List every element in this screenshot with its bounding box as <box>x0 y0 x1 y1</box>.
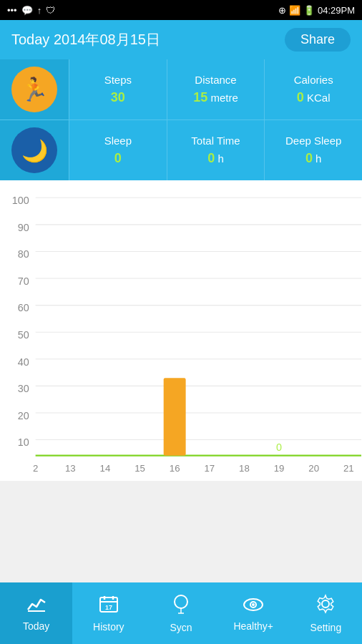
steps-value: 30 <box>111 90 125 105</box>
y-label-30: 30 <box>18 383 29 394</box>
upload-icon: ↑ <box>37 5 42 16</box>
calories-cell: Calories 0 KCal <box>264 59 362 119</box>
y-label-50: 50 <box>18 329 29 341</box>
sleep-label: Sleep <box>104 135 132 147</box>
deep-sleep-label: Deep Sleep <box>285 135 341 147</box>
zero-label-19: 0 <box>276 441 282 453</box>
sleep-stats-cells: Sleep 0 Total Time 0 h Deep Sleep 0 h <box>69 120 362 180</box>
x-label-19: 19 <box>274 463 285 474</box>
today-icon <box>26 595 47 618</box>
svg-point-6 <box>175 595 187 608</box>
x-label-13: 13 <box>65 463 76 474</box>
chart-svg: 100 90 80 70 60 50 40 30 20 10 0 2 13 <box>0 180 362 481</box>
deep-sleep-unit: h <box>313 152 322 165</box>
battery-icon: 🔋 <box>303 5 315 16</box>
wechat-icon: 💬 <box>21 5 33 16</box>
steps-label: Steps <box>104 74 132 86</box>
activity-icon-cell: 🏃 <box>0 59 69 119</box>
setting-label: Setting <box>310 622 342 633</box>
nav-setting[interactable]: Setting <box>290 582 362 644</box>
sync-label: Sycn <box>170 622 192 633</box>
svg-point-12 <box>322 600 329 608</box>
bluetooth-icon: ⊕ <box>278 5 286 16</box>
distance-value: 15 metre <box>193 90 238 105</box>
x-label-20: 20 <box>308 463 319 474</box>
y-label-10: 10 <box>18 436 29 448</box>
x-label-16: 16 <box>170 463 180 474</box>
nav-today[interactable]: Today <box>0 582 72 644</box>
x-label-17: 17 <box>204 463 215 474</box>
deep-sleep-cell: Deep Sleep 0 h <box>264 120 362 180</box>
today-label: Today <box>23 620 49 632</box>
share-button[interactable]: Share <box>285 28 351 52</box>
shield-icon: 🛡 <box>46 5 55 16</box>
bottom-nav: Today 17 History Sycn Healthy+ Setting <box>0 582 362 644</box>
y-label-90: 90 <box>18 222 29 233</box>
y-label-80: 80 <box>18 248 29 260</box>
stats-panel: 🏃 Steps 30 Distance 15 metre Calories 0 … <box>0 59 362 180</box>
status-bar: ••• 💬 ↑ 🛡 ⊕ 📶 🔋 04:29PM <box>0 0 362 20</box>
y-label-40: 40 <box>18 356 29 368</box>
y-label-100: 100 <box>12 195 29 206</box>
steps-cell: Steps 30 <box>69 59 167 119</box>
steps-number: 30 <box>111 90 125 104</box>
activity-stats-cells: Steps 30 Distance 15 metre Calories 0 KC… <box>69 59 362 119</box>
distance-cell: Distance 15 metre <box>167 59 265 119</box>
status-right: ⊕ 📶 🔋 04:29PM <box>278 5 355 16</box>
calories-unit: KCal <box>304 92 331 104</box>
total-time-unit: h <box>215 152 224 165</box>
y-label-20: 20 <box>18 410 29 421</box>
distance-label: Distance <box>195 74 236 86</box>
healthy-icon <box>243 595 264 618</box>
sleep-value: 0 <box>114 151 122 166</box>
runner-icon: 🏃 <box>11 67 57 112</box>
x-label-18: 18 <box>239 463 250 474</box>
status-left: ••• 💬 ↑ 🛡 <box>7 5 55 16</box>
total-time-number: 0 <box>207 151 215 165</box>
stats-row-sleep: 🌙 Sleep 0 Total Time 0 h Deep Sleep 0 h <box>0 120 362 180</box>
nav-sync[interactable]: Sycn <box>145 582 217 644</box>
header: Today 2014年08月15日 Share <box>0 20 362 59</box>
calories-value: 0 KCal <box>297 90 331 105</box>
deep-sleep-value: 0 h <box>305 151 322 166</box>
time-display: 04:29PM <box>318 5 355 16</box>
moon-icon: 🌙 <box>11 127 57 173</box>
sleep-number: 0 <box>114 151 122 165</box>
distance-number: 15 <box>193 90 207 104</box>
x-label-15: 15 <box>134 463 145 474</box>
nav-healthy[interactable]: Healthy+ <box>217 582 290 644</box>
calories-label: Calories <box>294 74 333 86</box>
sync-icon <box>171 594 191 619</box>
history-icon: 17 <box>99 595 119 618</box>
nav-history[interactable]: 17 History <box>72 582 145 644</box>
x-label-21: 21 <box>343 463 354 474</box>
svg-text:17: 17 <box>105 604 112 611</box>
page-title: Today 2014年08月15日 <box>11 30 160 49</box>
signal-icon: 📶 <box>289 5 300 16</box>
sleep-cell: Sleep 0 <box>69 120 167 180</box>
total-time-value: 0 h <box>207 151 224 166</box>
dots-icon: ••• <box>7 5 17 16</box>
distance-unit: metre <box>207 92 238 104</box>
total-time-cell: Total Time 0 h <box>167 120 265 180</box>
x-label-14: 14 <box>100 463 111 474</box>
history-label: History <box>93 621 124 633</box>
deep-sleep-number: 0 <box>305 151 313 165</box>
stats-row-activity: 🏃 Steps 30 Distance 15 metre Calories 0 … <box>0 59 362 120</box>
x-label-2: 2 <box>33 463 38 474</box>
y-label-70: 70 <box>18 275 29 287</box>
calories-number: 0 <box>297 90 304 104</box>
sleep-icon-cell: 🌙 <box>0 120 69 180</box>
y-label-60: 60 <box>18 302 29 313</box>
chart-bar-16 <box>164 378 186 455</box>
setting-icon <box>315 594 336 619</box>
total-time-label: Total Time <box>191 135 240 147</box>
chart-area: 100 90 80 70 60 50 40 30 20 10 0 2 13 <box>0 180 362 481</box>
svg-point-11 <box>252 603 255 606</box>
healthy-label: Healthy+ <box>233 620 273 632</box>
